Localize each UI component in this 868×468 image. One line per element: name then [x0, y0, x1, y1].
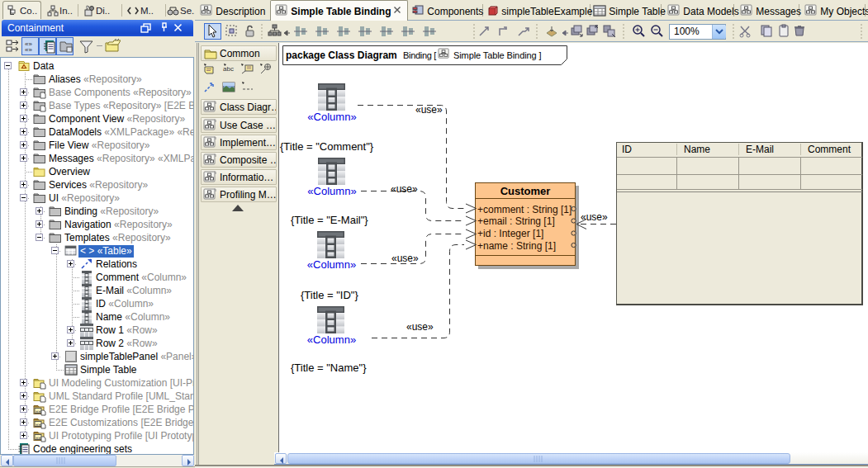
- svg-text:«»: «»: [25, 46, 32, 53]
- svg-text:abc: abc: [223, 65, 234, 73]
